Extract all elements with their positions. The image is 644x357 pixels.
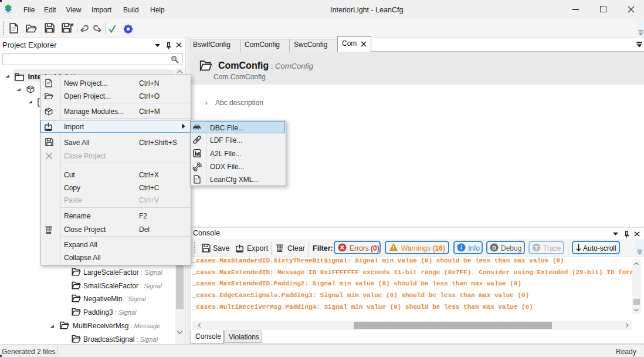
svg-text:T: T [535,245,538,251]
svg-text:D: D [492,245,496,251]
